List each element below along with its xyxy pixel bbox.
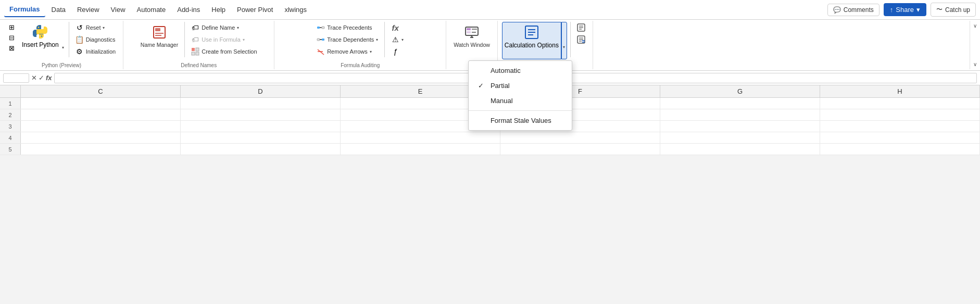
- trace-dependents-button[interactable]: Trace Dependents ▾: [313, 34, 381, 45]
- cell-h5[interactable]: [820, 144, 980, 155]
- python-icon-1[interactable]: ⊞: [4, 22, 19, 32]
- cell-g5[interactable]: [660, 144, 820, 155]
- python-icon-3[interactable]: ⊠: [4, 43, 19, 53]
- calc-options-group: Calculation Options ▾: [502, 22, 567, 59]
- cell-f5[interactable]: [500, 144, 660, 155]
- cell-g1[interactable]: [660, 98, 820, 109]
- insert-python-arrow[interactable]: ▾: [61, 22, 66, 59]
- tab-help[interactable]: Help: [206, 3, 231, 17]
- python-logo-icon: [32, 24, 48, 41]
- confirm-formula-icon[interactable]: ✓: [39, 74, 44, 82]
- tab-addins[interactable]: Add-ins: [172, 3, 205, 17]
- diagnostics-button[interactable]: 📋 Diagnostics: [72, 34, 119, 45]
- cell-d2[interactable]: [181, 109, 341, 121]
- cell-g4[interactable]: [660, 132, 820, 144]
- cell-reference-input[interactable]: [3, 73, 29, 83]
- insert-function-icon[interactable]: fx: [46, 74, 52, 82]
- ribbon-collapse-top[interactable]: ∨: [973, 23, 977, 29]
- insert-python-button[interactable]: Insert Python: [20, 22, 61, 59]
- cell-h1[interactable]: [820, 98, 980, 109]
- remove-arrows-button[interactable]: Remove Arrows ▾: [313, 46, 381, 57]
- catch-up-button[interactable]: 〜 Catch up: [931, 3, 976, 17]
- defined-names-group-label: Defined Names: [123, 62, 274, 68]
- col-header-h[interactable]: H: [820, 85, 980, 97]
- create-from-selection-label: Create from Selection: [202, 48, 257, 55]
- cell-e5[interactable]: [341, 144, 500, 155]
- python-icon-2[interactable]: ⊟: [4, 32, 19, 43]
- cell-e4[interactable]: [341, 132, 500, 144]
- divider-1: [69, 22, 69, 57]
- name-manager-button[interactable]: Name Manager: [137, 22, 181, 59]
- col-header-g[interactable]: G: [660, 85, 820, 97]
- format-stale-label: Format Stale Values: [491, 117, 551, 124]
- svg-rect-20: [467, 31, 471, 33]
- error-checking-button[interactable]: ⚠ ▾: [388, 34, 407, 45]
- calc-options-arrow[interactable]: ▾: [561, 22, 567, 59]
- manual-check: [478, 97, 486, 105]
- tab-review[interactable]: Review: [72, 3, 105, 17]
- cell-h4[interactable]: [820, 132, 980, 144]
- cell-f4[interactable]: [500, 132, 660, 144]
- col-header-c[interactable]: C: [21, 85, 181, 97]
- reset-button[interactable]: ↺ Reset ▾: [72, 22, 119, 33]
- cell-d1[interactable]: [181, 98, 341, 109]
- menu-tabs: Formulas Data Review View Automate Add-i…: [4, 2, 312, 17]
- calculation-options-button[interactable]: Calculation Options: [502, 22, 561, 59]
- cancel-formula-icon[interactable]: ✕: [31, 74, 37, 82]
- share-button[interactable]: ↑ Share ▾: [884, 3, 926, 16]
- calc-manual-item[interactable]: Manual: [469, 93, 572, 108]
- svg-rect-3: [155, 28, 160, 31]
- cell-c3[interactable]: [21, 121, 181, 132]
- watch-window-button[interactable]: Watch Window: [450, 22, 493, 59]
- python-small-icons: ⊞ ⊟ ⊠: [4, 22, 19, 60]
- trace-precedents-button[interactable]: Trace Precedents: [313, 22, 381, 33]
- tab-xlwings[interactable]: xlwings: [279, 3, 312, 17]
- define-name-label: Define Name: [202, 24, 235, 31]
- insert-python-btn-wrap: Insert Python ▾: [20, 22, 66, 59]
- col-header-d[interactable]: D: [181, 85, 341, 97]
- error-checking-arrow: ▾: [401, 37, 404, 42]
- cell-d4[interactable]: [181, 132, 341, 144]
- svg-line-17: [318, 49, 324, 55]
- cell-c2[interactable]: [21, 109, 181, 121]
- tab-powerpivot[interactable]: Power Pivot: [232, 3, 278, 17]
- comment-icon: 💬: [833, 6, 841, 14]
- calc-now-button[interactable]: [574, 22, 588, 33]
- show-formulas-button[interactable]: fx: [388, 22, 407, 33]
- table-row: 4: [0, 132, 980, 144]
- create-from-selection-icon: [191, 47, 199, 56]
- cell-c4[interactable]: [21, 132, 181, 144]
- cell-d3[interactable]: [181, 121, 341, 132]
- share-icon: ↑: [890, 6, 894, 14]
- calc-partial-item[interactable]: ✓ Partial: [469, 78, 572, 93]
- tab-view[interactable]: View: [106, 3, 131, 17]
- calc-options-label: Calculation Options: [505, 42, 559, 49]
- cell-g2[interactable]: [660, 109, 820, 121]
- cell-c5[interactable]: [21, 144, 181, 155]
- cell-h2[interactable]: [820, 109, 980, 121]
- remove-arrows-label: Remove Arrows: [327, 48, 368, 55]
- cell-g3[interactable]: [660, 121, 820, 132]
- comments-button[interactable]: 💬 Comments: [827, 4, 880, 16]
- evaluate-formula-button[interactable]: ƒ: [388, 46, 407, 57]
- automatic-check: [478, 67, 486, 74]
- cell-d5[interactable]: [181, 144, 341, 155]
- format-stale-item[interactable]: Format Stale Values: [469, 113, 572, 128]
- tab-data[interactable]: Data: [46, 3, 71, 17]
- ribbon-collapse-bottom[interactable]: ∨: [973, 61, 977, 67]
- cell-h3[interactable]: [820, 121, 980, 132]
- use-in-formula-button[interactable]: 🏷 Use in Formula ▾: [188, 34, 260, 45]
- tab-formulas[interactable]: Formulas: [4, 2, 45, 17]
- calc-small-btns: [574, 22, 588, 53]
- reset-arrow: ▾: [103, 26, 105, 30]
- top-bar-right: 💬 Comments ↑ Share ▾ 〜 Catch up: [827, 3, 976, 17]
- tab-automate[interactable]: Automate: [132, 3, 171, 17]
- calc-sheet-button[interactable]: [574, 34, 588, 45]
- divider-4: [570, 22, 571, 57]
- cell-c1[interactable]: [21, 98, 181, 109]
- create-from-selection-button[interactable]: Create from Selection: [188, 46, 260, 57]
- svg-rect-13: [317, 39, 320, 41]
- calc-automatic-item[interactable]: Automatic: [469, 63, 572, 78]
- initialization-button[interactable]: ⚙ Initialization: [72, 46, 119, 57]
- define-name-button[interactable]: 🏷 Define Name ▾: [188, 22, 260, 33]
